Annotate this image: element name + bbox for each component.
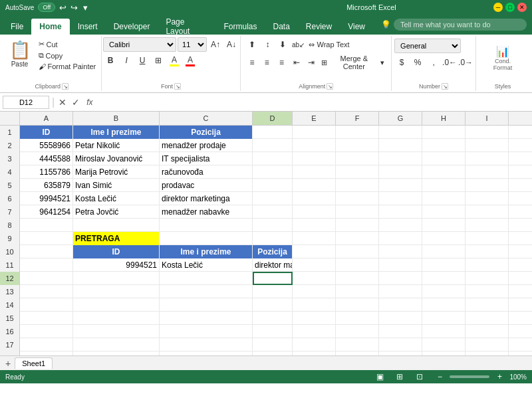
- cell-a12[interactable]: [20, 272, 73, 285]
- cell-b13[interactable]: [73, 285, 160, 298]
- cell-g4[interactable]: [379, 165, 422, 179]
- increase-decimal-button[interactable]: .0→: [458, 55, 473, 70]
- cell-d12[interactable]: [253, 272, 293, 285]
- cell-g3[interactable]: [379, 152, 422, 165]
- border-button[interactable]: ⊞: [151, 53, 166, 68]
- row-header-2[interactable]: 2: [0, 139, 20, 152]
- cell-a4[interactable]: 1155786: [20, 165, 73, 179]
- cell-e18[interactable]: [293, 351, 336, 355]
- cell-g16[interactable]: [379, 325, 422, 338]
- cell-g10[interactable]: [379, 245, 422, 258]
- italic-button[interactable]: I: [119, 53, 134, 68]
- cell-i5[interactable]: [466, 179, 509, 192]
- cell-i2[interactable]: [466, 139, 509, 152]
- cell-a7[interactable]: 9641254: [20, 205, 73, 219]
- cell-a18[interactable]: [20, 351, 73, 355]
- cell-c6[interactable]: direktor marketinga: [160, 192, 253, 205]
- cell-g9[interactable]: [379, 232, 422, 245]
- row-header-4[interactable]: 4: [0, 165, 20, 179]
- cell-b17[interactable]: [73, 338, 160, 351]
- cell-a14[interactable]: [20, 298, 73, 312]
- cell-h7[interactable]: [422, 205, 466, 219]
- cell-a13[interactable]: [20, 285, 73, 298]
- fill-color-button[interactable]: A: [167, 53, 182, 68]
- cell-h5[interactable]: [422, 179, 466, 192]
- cell-b1[interactable]: Ime I prezime: [73, 126, 160, 139]
- cell-e15[interactable]: [293, 312, 336, 325]
- cell-d18[interactable]: [253, 351, 293, 355]
- cell-c18[interactable]: [160, 351, 253, 355]
- cell-i16[interactable]: [466, 325, 509, 338]
- cell-g18[interactable]: [379, 351, 422, 355]
- cell-c9[interactable]: [160, 232, 253, 245]
- col-header-h[interactable]: H: [422, 112, 466, 125]
- page-break-view-button[interactable]: ⊡: [412, 369, 427, 384]
- restore-button[interactable]: □: [505, 3, 515, 12]
- cell-d3[interactable]: [253, 152, 293, 165]
- confirm-formula-button[interactable]: ✓: [70, 97, 81, 108]
- cell-c1[interactable]: Pozicija: [160, 126, 253, 139]
- cell-e3[interactable]: [293, 152, 336, 165]
- cell-b9[interactable]: PRETRAGA: [73, 232, 160, 245]
- cell-h9[interactable]: [422, 232, 466, 245]
- paste-button[interactable]: 📋 Paste: [5, 39, 35, 69]
- cell-a17[interactable]: [20, 338, 73, 351]
- cell-c15[interactable]: [160, 312, 253, 325]
- cancel-formula-button[interactable]: ✕: [57, 97, 68, 108]
- tab-insert[interactable]: Insert: [70, 19, 106, 35]
- cell-g5[interactable]: [379, 179, 422, 192]
- col-header-b[interactable]: B: [73, 112, 160, 125]
- underline-button[interactable]: U: [135, 53, 150, 68]
- font-expand[interactable]: ↘: [174, 83, 181, 90]
- cell-a5[interactable]: 635879: [20, 179, 73, 192]
- cell-d7[interactable]: [253, 205, 293, 219]
- autosave-toggle[interactable]: Off: [38, 3, 55, 12]
- format-painter-button[interactable]: 🖌 Format Painter: [36, 61, 99, 72]
- cell-e11[interactable]: [293, 258, 336, 272]
- row-header-5[interactable]: 5: [0, 179, 20, 192]
- font-size-increase-button[interactable]: A↑: [208, 37, 223, 52]
- col-header-g[interactable]: G: [379, 112, 422, 125]
- tab-view[interactable]: View: [340, 19, 373, 35]
- cell-a15[interactable]: [20, 312, 73, 325]
- cell-i9[interactable]: [466, 232, 509, 245]
- font-name-select[interactable]: Calibri: [103, 37, 176, 52]
- cell-e14[interactable]: [293, 298, 336, 312]
- cell-h12[interactable]: [422, 272, 466, 285]
- cell-b5[interactable]: Ivan Simić: [73, 179, 160, 192]
- align-left-button[interactable]: ≡: [245, 55, 259, 70]
- cell-c7[interactable]: menadžer nabavke: [160, 205, 253, 219]
- col-header-f[interactable]: F: [336, 112, 379, 125]
- row-header-8[interactable]: 8: [0, 219, 20, 232]
- cell-c11[interactable]: Kosta Lečić: [160, 258, 253, 272]
- number-format-select[interactable]: General: [394, 39, 461, 53]
- cell-b7[interactable]: Petra Jovčić: [73, 205, 160, 219]
- row-header-3[interactable]: 3: [0, 152, 20, 165]
- cell-d13[interactable]: [253, 285, 293, 298]
- cell-a10[interactable]: [20, 245, 73, 258]
- cell-c8[interactable]: [160, 219, 253, 232]
- row-header-6[interactable]: 6: [0, 192, 20, 205]
- cell-a8[interactable]: [20, 219, 73, 232]
- cell-f18[interactable]: [336, 351, 379, 355]
- row-header-12[interactable]: 12: [0, 272, 20, 285]
- cell-d2[interactable]: [253, 139, 293, 152]
- row-header-7[interactable]: 7: [0, 205, 20, 219]
- cell-e1[interactable]: [293, 126, 336, 139]
- cell-e13[interactable]: [293, 285, 336, 298]
- cell-b3[interactable]: Miroslav Jovanović: [73, 152, 160, 165]
- tab-formulas[interactable]: Formulas: [215, 19, 265, 35]
- cell-c17[interactable]: [160, 338, 253, 351]
- cell-f12[interactable]: [336, 272, 379, 285]
- row-header-1[interactable]: 1: [0, 126, 20, 139]
- page-layout-view-button[interactable]: ⊞: [392, 369, 407, 384]
- text-direction-button[interactable]: ab↙: [291, 37, 305, 52]
- cell-e17[interactable]: [293, 338, 336, 351]
- cell-f14[interactable]: [336, 298, 379, 312]
- cell-b18[interactable]: [73, 351, 160, 355]
- row-header-18[interactable]: 18: [0, 351, 20, 355]
- cell-f3[interactable]: [336, 152, 379, 165]
- tell-me-input[interactable]: [394, 19, 527, 31]
- cell-h18[interactable]: [422, 351, 466, 355]
- col-header-d[interactable]: D: [253, 112, 293, 125]
